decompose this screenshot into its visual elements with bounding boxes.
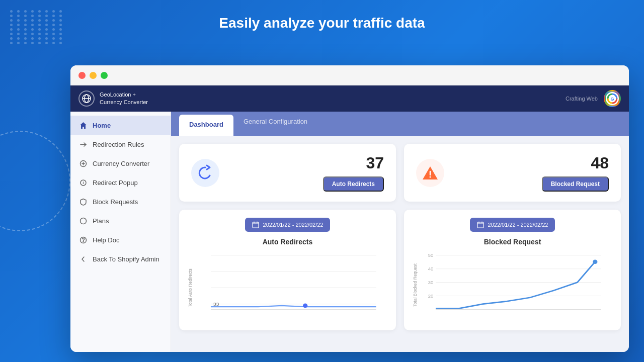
currency-converter-icon <box>78 159 88 168</box>
block-requests-icon <box>78 197 88 206</box>
nav-avatar[interactable]: G <box>604 90 621 107</box>
browser-window: GeoLocation + Currency Converter Craftin… <box>70 65 629 352</box>
auto-redirects-date-button[interactable]: 2022/01/22 - 2022/02/22 <box>245 218 331 232</box>
sidebar-label-plans: Plans <box>93 217 109 225</box>
sidebar-item-help-doc[interactable]: Help Doc <box>70 230 171 249</box>
auto-redirects-chart-area: Total Auto Redirects 33 <box>187 250 388 320</box>
bg-dots-top-left <box>10 10 60 60</box>
blocked-request-chart-area: 50 40 30 20 Total Blocked Request <box>412 250 613 320</box>
nav-right: Crafting Web G <box>566 90 621 107</box>
main-area: Home Redirection Rules <box>70 112 629 352</box>
svg-rect-23 <box>477 222 484 228</box>
sidebar-item-block-requests[interactable]: Block Requests <box>70 192 171 211</box>
traffic-lights <box>78 72 108 79</box>
sidebar-item-home[interactable]: Home <box>70 116 171 135</box>
svg-point-36 <box>593 259 597 264</box>
blocked-request-number: 48 <box>591 154 609 172</box>
svg-text:40: 40 <box>428 266 433 272</box>
svg-point-7 <box>80 218 86 224</box>
page-headline: Easily analyze your traffic data <box>219 15 425 31</box>
nav-user-label: Crafting Web <box>566 96 598 102</box>
calendar-icon <box>252 221 259 228</box>
svg-text:Total Auto Redirects: Total Auto Redirects <box>188 268 193 307</box>
svg-point-20 <box>303 304 307 308</box>
content-area: Dashboard General Configuration <box>171 112 629 352</box>
blocked-request-date-text: 2022/01/22 - 2022/02/22 <box>488 222 548 228</box>
svg-text:Total Blocked Request: Total Blocked Request <box>413 263 418 307</box>
sidebar-label-help-doc: Help Doc <box>93 236 119 244</box>
blocked-request-date-picker: 2022/01/22 - 2022/02/22 <box>412 218 613 232</box>
svg-point-9 <box>83 241 84 242</box>
tabs: Dashboard General Configuration <box>171 112 629 136</box>
sidebar-label-currency-converter: Currency Converter <box>93 160 149 167</box>
traffic-light-green[interactable] <box>101 72 108 79</box>
auto-redirects-chart-title: Auto Redirects <box>187 238 388 246</box>
auto-redirects-badge[interactable]: Auto Redirects <box>323 176 384 192</box>
sidebar-item-redirection-rules[interactable]: Redirection Rules <box>70 135 171 154</box>
auto-redirects-svg: Total Auto Redirects 33 <box>187 250 388 320</box>
svg-text:50: 50 <box>428 253 433 258</box>
sidebar-label-home: Home <box>93 122 111 129</box>
auto-redirect-icon <box>196 163 215 183</box>
browser-chrome <box>70 65 629 85</box>
sidebar-label-redirect-popup: Redirect Popup <box>93 179 138 187</box>
traffic-light-red[interactable] <box>78 72 86 79</box>
blocked-request-chart-title: Blocked Request <box>412 238 613 246</box>
warning-triangle-icon <box>421 163 440 183</box>
home-icon <box>78 121 88 130</box>
svg-text:20: 20 <box>428 294 433 299</box>
tab-dashboard[interactable]: Dashboard <box>179 115 233 136</box>
brand-icon <box>78 90 95 107</box>
sidebar-item-currency-converter[interactable]: Currency Converter <box>70 154 171 173</box>
stat-right-blocked-request: 48 Blocked Request <box>542 154 609 192</box>
stat-card-blocked-request: 48 Blocked Request <box>404 144 621 202</box>
plans-icon <box>78 216 88 225</box>
auto-redirects-date-picker: 2022/01/22 - 2022/02/22 <box>187 218 388 232</box>
traffic-light-yellow[interactable] <box>90 72 97 79</box>
svg-text:30: 30 <box>428 280 433 285</box>
chart-card-auto-redirects: 2022/01/22 - 2022/02/22 Auto Redirects <box>179 210 396 330</box>
tab-general-config[interactable]: General Configuration <box>233 112 317 136</box>
auto-redirect-icon-wrapper <box>191 159 219 187</box>
stat-card-auto-redirects: 37 Auto Redirects <box>179 144 396 202</box>
sidebar-item-back-to-shopify[interactable]: Back To Shopify Admin <box>70 249 171 268</box>
auto-redirects-date-text: 2022/01/22 - 2022/02/22 <box>263 222 324 228</box>
blocked-request-badge[interactable]: Blocked Request <box>542 176 609 192</box>
sidebar-label-back-to-shopify: Back To Shopify Admin <box>93 255 159 263</box>
app-wrapper: GeoLocation + Currency Converter Craftin… <box>70 85 629 352</box>
auto-redirects-number: 37 <box>366 154 384 172</box>
blocked-request-icon-wrapper <box>416 159 444 187</box>
sidebar-item-redirect-popup[interactable]: Redirect Popup <box>70 173 171 192</box>
calendar-icon-2 <box>477 221 484 228</box>
svg-text:33: 33 <box>213 301 219 307</box>
stats-row: 37 Auto Redirects <box>179 144 621 202</box>
charts-row: 2022/01/22 - 2022/02/22 Auto Redirects <box>179 210 621 330</box>
nav-avatar-inner: G <box>606 92 619 105</box>
sidebar: Home Redirection Rules <box>70 112 171 352</box>
svg-rect-11 <box>253 222 259 228</box>
redirect-popup-icon <box>78 178 88 187</box>
stat-right-auto-redirects: 37 Auto Redirects <box>323 154 384 192</box>
svg-point-10 <box>430 176 431 177</box>
top-nav: GeoLocation + Currency Converter Craftin… <box>70 85 629 112</box>
sidebar-label-redirection-rules: Redirection Rules <box>93 141 144 148</box>
help-doc-icon <box>78 235 88 244</box>
sidebar-item-plans[interactable]: Plans <box>70 211 171 230</box>
dashboard: 37 Auto Redirects <box>171 136 629 338</box>
sidebar-label-block-requests: Block Requests <box>93 198 138 206</box>
back-icon <box>78 254 88 263</box>
redirection-rules-icon <box>78 140 88 149</box>
brand-text: GeoLocation + Currency Converter <box>100 91 148 107</box>
blocked-request-svg: 50 40 30 20 Total Blocked Request <box>412 250 613 320</box>
nav-brand: GeoLocation + Currency Converter <box>78 90 148 107</box>
chart-card-blocked-request: 2022/01/22 - 2022/02/22 Blocked Request <box>404 210 621 330</box>
blocked-request-date-button[interactable]: 2022/01/22 - 2022/02/22 <box>470 218 555 232</box>
svg-text:G: G <box>610 97 614 102</box>
